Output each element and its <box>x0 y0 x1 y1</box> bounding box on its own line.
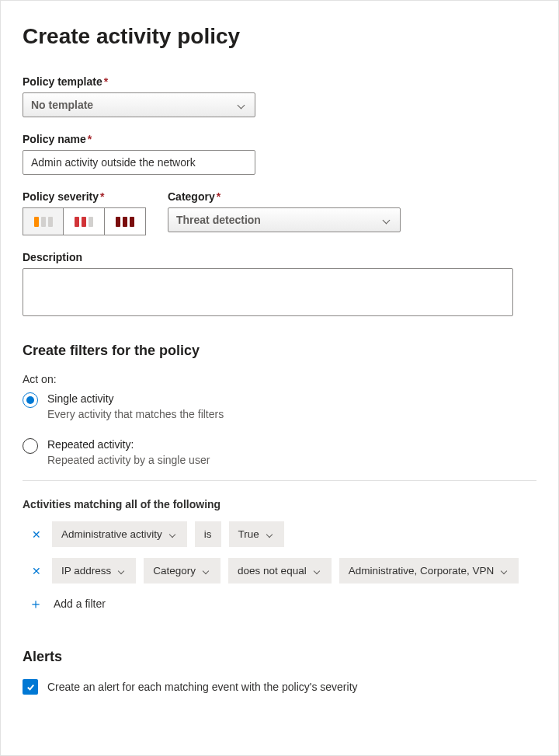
repeated-activity-sub: Repeated activity by a single user <box>47 454 210 466</box>
filter-row: ✕ Administrative activity is True <box>23 521 536 547</box>
plus-icon: ＋ <box>29 594 43 613</box>
policy-template-select[interactable]: No template <box>23 92 255 117</box>
matching-heading: Activities matching all of the following <box>23 498 536 510</box>
severity-high-button[interactable] <box>105 207 146 235</box>
create-alert-checkbox[interactable] <box>23 679 38 695</box>
add-filter-button[interactable]: ＋ Add a filter <box>23 594 536 613</box>
check-icon <box>26 682 36 692</box>
single-activity-sub: Every activity that matches the filters <box>47 408 224 420</box>
description-input[interactable] <box>23 268 513 316</box>
filters-heading: Create filters for the policy <box>23 343 536 359</box>
filter-value-select[interactable]: True <box>229 521 284 547</box>
chevron-down-icon <box>118 568 124 574</box>
severity-low-button[interactable] <box>23 207 64 235</box>
chevron-down-icon <box>383 216 391 224</box>
remove-filter-button[interactable]: ✕ <box>29 528 44 541</box>
single-activity-title: Single activity <box>47 392 224 406</box>
severity-medium-button[interactable] <box>64 207 105 235</box>
remove-filter-button[interactable]: ✕ <box>29 565 44 577</box>
policy-severity-label: Policy severity* <box>23 190 146 203</box>
filter-field-select[interactable]: IP address <box>52 558 136 584</box>
chevron-down-icon <box>203 568 209 574</box>
radio-icon <box>23 392 38 408</box>
filter-operator: is <box>195 521 221 547</box>
filter-value-select[interactable]: Administrative, Corporate, VPN <box>339 558 519 584</box>
severity-selector <box>23 207 146 235</box>
category-select[interactable]: Threat detection <box>168 207 401 232</box>
chevron-down-icon <box>238 101 245 109</box>
act-on-repeated-option[interactable]: Repeated activity: Repeated activity by … <box>23 437 536 466</box>
filter-subfield-select[interactable]: Category <box>144 558 220 584</box>
chevron-down-icon <box>169 531 175 538</box>
chevron-down-icon <box>266 531 273 538</box>
description-label: Description <box>23 251 536 263</box>
create-alert-label: Create an alert for each matching event … <box>47 681 358 693</box>
page-title: Create activity policy <box>23 24 536 49</box>
policy-name-input[interactable] <box>23 150 255 175</box>
filter-field-select[interactable]: Administrative activity <box>52 521 187 547</box>
repeated-activity-title: Repeated activity: <box>47 437 210 451</box>
category-label: Category* <box>168 190 401 203</box>
chevron-down-icon <box>501 568 507 574</box>
act-on-single-option[interactable]: Single activity Every activity that matc… <box>23 392 536 420</box>
divider <box>23 480 536 481</box>
filter-row: ✕ IP address Category does not equal Adm… <box>23 558 536 584</box>
alerts-heading: Alerts <box>23 649 536 665</box>
act-on-label: Act on: <box>23 373 536 385</box>
policy-template-label: Policy template* <box>23 75 536 88</box>
filter-operator-select[interactable]: does not equal <box>228 558 332 584</box>
chevron-down-icon <box>313 568 319 574</box>
policy-name-label: Policy name* <box>23 133 536 145</box>
radio-icon <box>23 438 38 454</box>
